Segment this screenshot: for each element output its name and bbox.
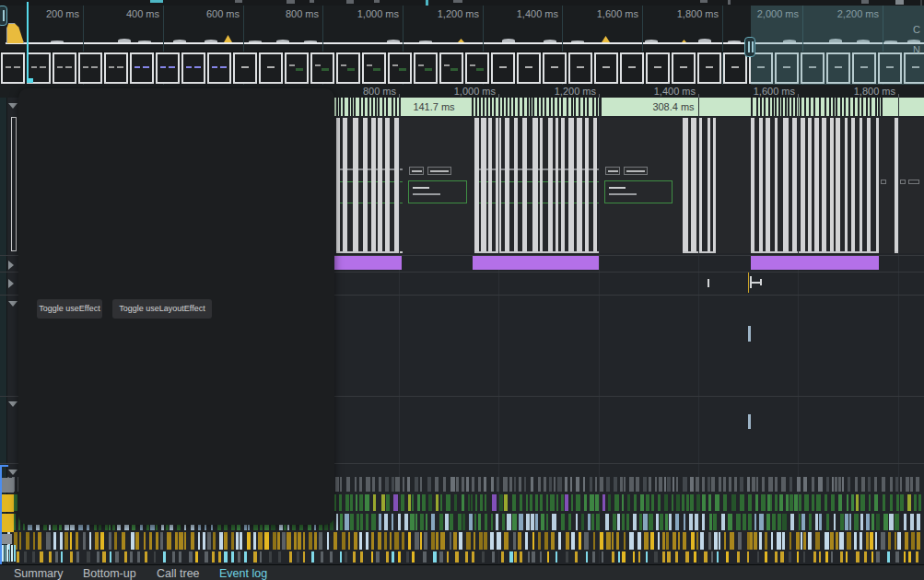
filmstrip-thumbnail[interactable] [259, 52, 283, 84]
screenshot-frame-bar [593, 118, 597, 253]
overview-window-left-handle[interactable] [0, 6, 7, 26]
flame-event-bar [690, 494, 694, 511]
flame-event-bar [770, 494, 772, 511]
filmstrip-thumbnail[interactable] [336, 52, 360, 84]
tab-call-tree[interactable]: Call tree [157, 567, 200, 580]
filmstrip-thumbnail[interactable] [233, 52, 257, 84]
timeline-event-tick[interactable] [748, 326, 751, 342]
flame-event-bar [667, 551, 671, 563]
filmstrip-thumbnail[interactable] [672, 52, 696, 84]
flame-event-bar [655, 477, 657, 492]
filmstrip-thumbnail[interactable] [78, 52, 102, 84]
filmstrip-thumbnail[interactable] [465, 52, 489, 84]
flame-event-bar [379, 514, 381, 530]
thumbnail-button-dash [628, 66, 636, 68]
filmstrip-thumbnail[interactable] [104, 52, 128, 84]
flame-event-bar [874, 477, 877, 492]
flame-event-bar [586, 551, 588, 563]
tab-event-log[interactable]: Event log [219, 567, 267, 580]
flame-event-bar [379, 477, 381, 492]
filmstrip-thumbnail[interactable] [53, 52, 76, 84]
flame-event-bar [816, 494, 821, 511]
thumbnail-button-dash [289, 64, 295, 66]
track-collapse-arrow-collapsed[interactable] [8, 261, 14, 270]
cpu-activity-bump [51, 41, 64, 42]
filmstrip-thumbnail[interactable] [388, 52, 412, 84]
mini-page-screenshot[interactable] [405, 118, 473, 253]
filmstrip-thumbnail[interactable] [285, 52, 309, 84]
timeline-event-tick[interactable] [748, 414, 751, 429]
interaction-tick[interactable] [708, 279, 709, 287]
mini-page-screenshot[interactable] [602, 118, 678, 253]
flame-event-bar [831, 494, 835, 511]
filmstrip-thumbnail[interactable] [362, 52, 386, 84]
filmstrip-thumbnail[interactable] [414, 52, 438, 84]
frame-screenshots-band[interactable] [334, 118, 924, 253]
filmstrip-thumbnail[interactable] [517, 52, 541, 84]
mini-button-dash [881, 180, 886, 184]
thumbnail-button-dash [212, 66, 217, 68]
tab-bottom-up[interactable]: Bottom-up [83, 567, 136, 580]
filmstrip-thumbnail[interactable] [207, 52, 231, 84]
flame-event-bar [392, 514, 393, 530]
frame-boundary-stripe [490, 98, 492, 116]
screenshot-frame-bar [867, 118, 871, 253]
timeline-overview-minimap[interactable]: C N 200 ms400 ms600 ms800 ms1,000 ms1,20… [0, 6, 924, 86]
flame-event-bar [782, 532, 785, 550]
animation-event-bar[interactable] [334, 256, 402, 270]
frame-boundary-stripe [600, 98, 602, 116]
frame-boundary-stripe [486, 98, 488, 116]
flame-event-bar [895, 477, 898, 492]
filmstrip-thumbnail[interactable] [156, 52, 180, 84]
animation-event-bar[interactable] [751, 256, 879, 270]
filmstrip-thumbnail[interactable] [697, 52, 721, 84]
filmstrip-thumbnail[interactable] [620, 52, 644, 84]
flame-event-bar [883, 514, 888, 530]
overview-window-right-handle[interactable] [744, 37, 755, 57]
filmstrip-thumbnail[interactable] [439, 52, 463, 84]
mini-page-screenshot[interactable] [898, 118, 924, 253]
filmstrip-thumbnail[interactable] [646, 52, 670, 84]
flame-event-bar [287, 532, 291, 550]
filmstrip-thumbnail[interactable] [723, 52, 747, 84]
flame-event-bar [398, 514, 401, 530]
track-collapse-arrow-collapsed[interactable] [8, 279, 14, 288]
tab-summary[interactable]: Summary [14, 567, 63, 580]
flame-event-bar [433, 551, 437, 563]
filmstrip-thumbnail[interactable] [568, 52, 592, 84]
animation-event-bar[interactable] [473, 256, 599, 270]
flame-event-bar [566, 532, 569, 550]
frame-boundary-stripe [844, 98, 846, 116]
flame-event-bar [408, 532, 411, 550]
flame-event-bar [130, 551, 133, 563]
thumbnail-button-dash [135, 66, 140, 68]
flame-event-bar [167, 532, 171, 550]
track-collapse-arrow-expanded[interactable] [8, 301, 18, 307]
filmstrip-thumbnail[interactable] [1, 52, 25, 84]
track-collapse-arrow-expanded[interactable] [8, 103, 18, 109]
screenshot-band-bottom-edge [683, 251, 716, 253]
frames-track[interactable]: 141.7 ms308.4 ms [334, 98, 924, 116]
flame-event-bar [491, 477, 494, 492]
flame-event-bar [547, 551, 549, 563]
track-collapse-arrow-expanded[interactable] [8, 401, 18, 407]
filmstrip-thumbnail[interactable] [130, 52, 154, 84]
filmstrip-thumbnail[interactable] [594, 52, 618, 84]
flame-event-bar [551, 532, 555, 550]
filmstrip-thumbnail[interactable] [181, 52, 205, 84]
flame-event-bar [637, 532, 641, 550]
flame-striped-block-bar [5, 545, 6, 562]
flame-event-bar [696, 477, 699, 492]
cpu-activity-bump [645, 40, 658, 42]
filmstrip-thumbnail[interactable] [310, 52, 334, 84]
filmstrip-thumbnail[interactable] [491, 52, 515, 84]
track-collapse-arrow-expanded[interactable] [8, 470, 18, 475]
mini-page-screenshot[interactable] [879, 118, 893, 253]
flame-event-bar [676, 494, 680, 511]
frame-boundary-stripe [553, 98, 555, 116]
screenshot-marker-line [748, 273, 749, 293]
flame-event-bar [662, 551, 665, 563]
flame-event-bar [752, 477, 755, 492]
filmstrip-thumbnail[interactable] [543, 52, 567, 84]
flame-event-bar [46, 532, 51, 550]
